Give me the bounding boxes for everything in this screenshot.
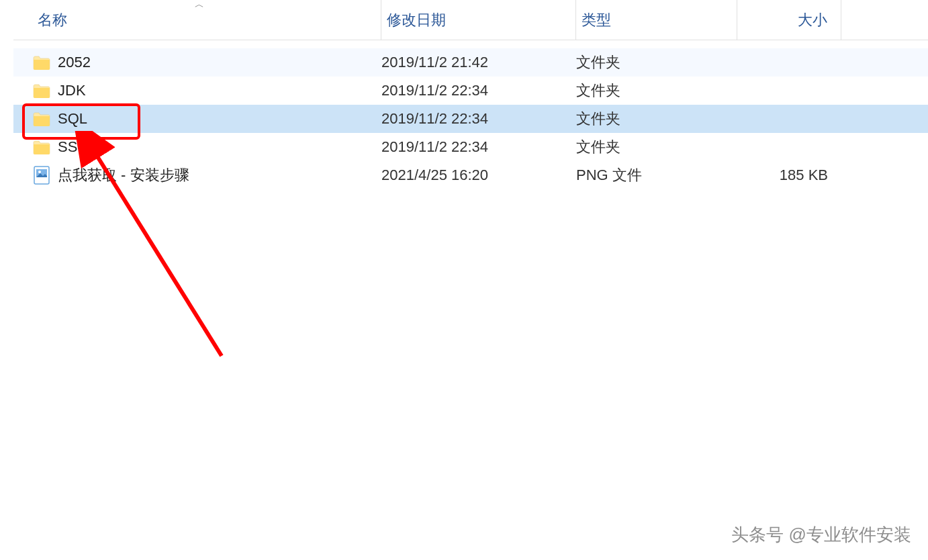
file-name-cell: SSMS — [32, 138, 381, 156]
file-name-cell: SQL — [32, 110, 381, 128]
file-name-label: SSMS — [58, 138, 99, 156]
file-type-cell: 文件夹 — [576, 137, 737, 157]
column-header-name-label: 名称 — [38, 10, 67, 30]
column-header-date[interactable]: 修改日期 — [381, 0, 576, 40]
file-date-cell: 2019/11/2 22:34 — [381, 82, 576, 99]
file-type-cell: 文件夹 — [576, 81, 737, 101]
file-date-cell: 2019/11/2 22:34 — [381, 110, 576, 128]
column-header-date-label: 修改日期 — [387, 10, 446, 30]
column-header-type-label: 类型 — [582, 10, 611, 30]
file-type-cell: 文件夹 — [576, 52, 737, 73]
column-header-size-label: 大小 — [798, 10, 827, 30]
folder-icon — [32, 83, 51, 98]
file-name-cell: 2052 — [32, 54, 381, 71]
folder-icon — [32, 55, 51, 70]
left-edge-panel — [0, 0, 13, 560]
column-header-type[interactable]: 类型 — [576, 0, 737, 40]
image-file-icon — [34, 166, 50, 185]
file-size-cell: 185 KB — [737, 167, 841, 184]
file-name-label: SQL — [58, 110, 87, 128]
file-row[interactable]: SQL2019/11/2 22:34文件夹 — [0, 105, 928, 133]
file-type-cell: PNG 文件 — [576, 165, 737, 185]
folder-icon — [32, 140, 51, 154]
file-name-label: 2052 — [58, 54, 91, 71]
file-date-cell: 2021/4/25 16:20 — [381, 167, 576, 184]
watermark-text: 头条号 @专业软件安装 — [731, 523, 911, 547]
file-date-cell: 2019/11/2 21:42 — [381, 54, 576, 71]
file-row[interactable]: 点我获取 - 安装步骤2021/4/25 16:20PNG 文件185 KB — [0, 161, 928, 189]
folder-icon — [32, 111, 51, 126]
file-type-cell: 文件夹 — [576, 109, 737, 129]
svg-point-2 — [38, 171, 41, 173]
file-row[interactable]: JDK2019/11/2 22:34文件夹 — [0, 77, 928, 105]
sort-indicator-icon: ︿ — [195, 0, 204, 11]
column-header-name[interactable]: 名称 — [32, 0, 381, 40]
file-name-label: 点我获取 - 安装步骤 — [58, 165, 189, 185]
file-explorer-window: ︿ 名称 修改日期 类型 大小 20522019/11/2 21:42文件夹JD… — [0, 0, 928, 560]
file-name-cell: 点我获取 - 安装步骤 — [32, 165, 381, 185]
file-list: 20522019/11/2 21:42文件夹JDK2019/11/2 22:34… — [0, 40, 928, 189]
file-row[interactable]: 20522019/11/2 21:42文件夹 — [0, 48, 928, 77]
file-row[interactable]: SSMS2019/11/2 22:34文件夹 — [0, 133, 928, 161]
file-name-cell: JDK — [32, 82, 381, 99]
file-name-label: JDK — [58, 82, 86, 99]
column-header-size[interactable]: 大小 — [737, 0, 841, 40]
file-date-cell: 2019/11/2 22:34 — [381, 138, 576, 156]
column-header-row: ︿ 名称 修改日期 类型 大小 — [0, 0, 928, 40]
